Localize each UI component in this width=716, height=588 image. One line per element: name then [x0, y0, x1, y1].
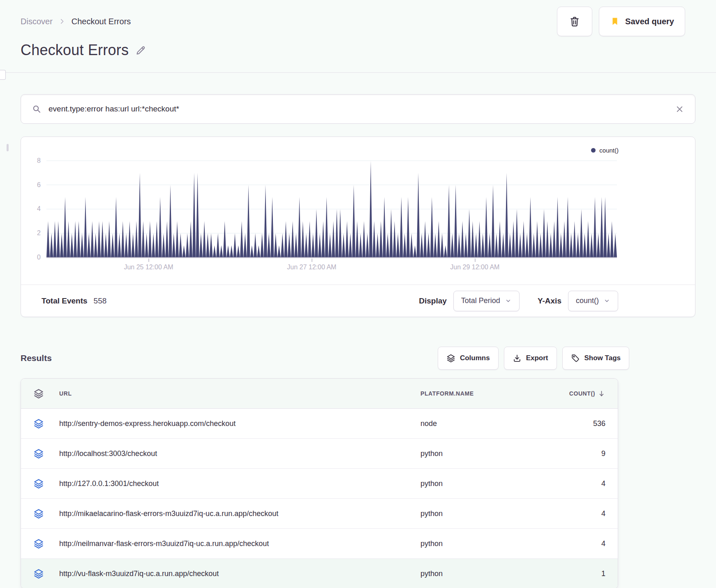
- row-url[interactable]: http://localhost:3003/checkout: [59, 449, 420, 458]
- yaxis-label: Y-Axis: [538, 296, 561, 306]
- chevron-down-icon: [603, 297, 610, 304]
- row-count[interactable]: 536: [593, 419, 605, 428]
- results-actions: Columns Export Show Tags: [438, 347, 629, 370]
- column-header-url[interactable]: URL: [59, 390, 420, 397]
- edit-columns-icon[interactable]: [33, 388, 59, 399]
- row-stack-icon[interactable]: [33, 478, 59, 489]
- y-axis-label: 6: [21, 181, 41, 189]
- row-count[interactable]: 9: [601, 449, 605, 458]
- column-header-count[interactable]: COUNT(): [569, 390, 605, 398]
- search-input[interactable]: event.type:error has:url url:*checkout*: [49, 104, 668, 113]
- row-count[interactable]: 4: [601, 539, 605, 548]
- row-url[interactable]: http://vu-flask-m3uuizd7iq-uc.a.run.app/…: [59, 569, 420, 578]
- yaxis-dropdown[interactable]: count(): [568, 291, 618, 311]
- results-row: Results Columns Export Show Tags: [21, 347, 695, 370]
- delete-query-button[interactable]: [557, 7, 592, 36]
- title-row: Checkout Errors: [21, 40, 695, 60]
- y-axis-label: 4: [21, 205, 41, 213]
- x-axis-tick: [148, 259, 149, 262]
- row-url[interactable]: http://127.0.0.1:3001/checkout: [59, 479, 420, 488]
- trash-icon: [569, 16, 580, 27]
- yaxis-dropdown-value: count(): [576, 296, 599, 305]
- chart-plot[interactable]: [46, 137, 617, 259]
- display-dropdown-value: Total Period: [461, 296, 500, 305]
- results-table-body: http://sentry-demos-express.herokuapp.co…: [21, 409, 618, 588]
- download-icon: [513, 354, 522, 363]
- table-row[interactable]: http://sentry-demos-express.herokuapp.co…: [21, 409, 618, 439]
- chevron-right-icon: [58, 18, 66, 25]
- display-label: Display: [419, 296, 447, 306]
- show-tags-button[interactable]: Show Tags: [562, 347, 629, 370]
- topbar-actions: Saved query: [557, 7, 685, 36]
- x-axis-label: Jun 27 12:00 AM: [287, 264, 336, 271]
- row-url[interactable]: http://neilmanvar-flask-errors-m3uuizd7i…: [59, 539, 420, 548]
- row-platform[interactable]: python: [420, 569, 548, 578]
- chart-footer: Total Events 558 Display Total Period Y-…: [21, 285, 695, 317]
- sidebar-collapse-handle[interactable]: [0, 70, 6, 80]
- header-divider: [0, 72, 716, 73]
- tag-icon: [571, 354, 580, 363]
- table-row[interactable]: http://vu-flask-m3uuizd7iq-uc.a.run.app/…: [21, 559, 618, 588]
- export-button-label: Export: [526, 354, 548, 362]
- row-stack-icon[interactable]: [33, 538, 59, 549]
- total-events: Total Events 558: [42, 296, 106, 306]
- y-axis-label: 8: [21, 157, 41, 165]
- search-icon: [32, 104, 42, 114]
- breadcrumb-current: Checkout Errors: [72, 17, 131, 26]
- row-platform[interactable]: python: [420, 449, 548, 458]
- row-platform[interactable]: python: [420, 479, 548, 488]
- table-row[interactable]: http://mikaelacarino-flask-errors-m3uuiz…: [21, 499, 618, 529]
- chart-controls: Display Total Period Y-Axis count(): [419, 291, 618, 311]
- chart-panel: count() Total Events 558 Display Total P…: [21, 137, 695, 317]
- search-bar[interactable]: event.type:error has:url url:*checkout*: [21, 94, 695, 124]
- row-stack-icon[interactable]: [33, 508, 59, 519]
- chevron-down-icon: [505, 297, 512, 304]
- table-row[interactable]: http://localhost:3003/checkout python 9: [21, 439, 618, 469]
- x-axis-tick: [475, 259, 476, 262]
- results-table-header: URL PLATFORM.NAME COUNT(): [21, 379, 618, 409]
- total-events-label: Total Events: [42, 296, 88, 306]
- discover-page: Discover Checkout Errors Saved query Che…: [0, 0, 716, 588]
- saved-query-label: Saved query: [625, 17, 674, 26]
- x-axis-label: Jun 25 12:00 AM: [124, 264, 173, 271]
- page-title: Checkout Errors: [21, 42, 129, 59]
- row-stack-icon[interactable]: [33, 568, 59, 579]
- export-button[interactable]: Export: [504, 347, 557, 370]
- columns-button-label: Columns: [460, 354, 490, 362]
- y-axis-label: 2: [21, 229, 41, 237]
- row-platform[interactable]: python: [420, 509, 548, 518]
- clear-search-icon[interactable]: [675, 104, 684, 114]
- resize-handle[interactable]: [7, 144, 9, 151]
- display-dropdown[interactable]: Total Period: [453, 291, 520, 311]
- row-platform[interactable]: node: [420, 419, 548, 428]
- breadcrumb-discover[interactable]: Discover: [21, 17, 53, 26]
- row-count[interactable]: 4: [601, 509, 605, 518]
- table-row[interactable]: http://neilmanvar-flask-errors-m3uuizd7i…: [21, 529, 618, 559]
- y-axis-label: 0: [21, 253, 41, 262]
- row-count[interactable]: 4: [601, 479, 605, 488]
- columns-button[interactable]: Columns: [438, 347, 499, 370]
- column-header-platform[interactable]: PLATFORM.NAME: [420, 390, 548, 397]
- sort-descending-icon: [598, 390, 605, 398]
- bookmark-icon: [610, 16, 620, 26]
- row-stack-icon[interactable]: [33, 418, 59, 429]
- row-url[interactable]: http://sentry-demos-express.herokuapp.co…: [59, 419, 420, 428]
- total-events-value: 558: [94, 296, 107, 306]
- x-axis-tick: [312, 259, 312, 262]
- topbar: Discover Checkout Errors Saved query: [21, 0, 695, 36]
- x-axis-label: Jun 29 12:00 AM: [450, 264, 499, 271]
- results-table: URL PLATFORM.NAME COUNT() http://sentry-…: [21, 378, 618, 588]
- row-url[interactable]: http://mikaelacarino-flask-errors-m3uuiz…: [59, 509, 420, 518]
- show-tags-button-label: Show Tags: [584, 354, 621, 362]
- breadcrumb: Discover Checkout Errors: [21, 17, 131, 26]
- table-row[interactable]: http://127.0.0.1:3001/checkout python 4: [21, 469, 618, 499]
- layers-icon: [446, 354, 455, 363]
- row-stack-icon[interactable]: [33, 448, 59, 459]
- saved-query-button[interactable]: Saved query: [599, 7, 685, 36]
- edit-title-pencil-icon[interactable]: [135, 45, 146, 56]
- row-count[interactable]: 1: [601, 569, 605, 578]
- results-heading: Results: [21, 353, 52, 363]
- row-platform[interactable]: python: [420, 539, 548, 548]
